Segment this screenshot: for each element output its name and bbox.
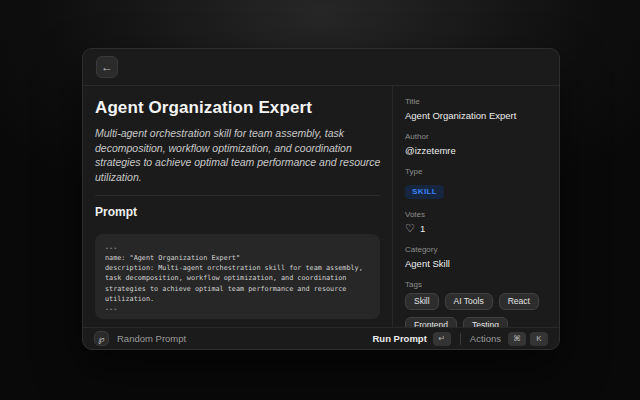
type-field-label: Type <box>405 167 547 176</box>
tag-chip[interactable]: Frontend <box>405 317 457 327</box>
type-badge: SKILL <box>405 185 444 199</box>
title-field-value: Agent Organization Expert <box>405 110 547 121</box>
heart-icon[interactable]: ♡ <box>405 223 415 234</box>
shortcut-keys: ⌘ K <box>508 332 548 346</box>
author-field-label: Author <box>405 132 547 141</box>
actions-button[interactable]: Actions <box>470 333 501 344</box>
prompt-code-block[interactable]: --- name: "Agent Organization Expert" de… <box>95 234 380 319</box>
author-field-value[interactable]: @izzetemre <box>405 145 547 156</box>
window-header: ← <box>83 49 559 86</box>
tag-chip[interactable]: React <box>499 293 539 310</box>
desktop-background: ← Agent Organization Expert Multi-agent … <box>0 0 640 400</box>
run-prompt-button[interactable]: Run Prompt <box>372 333 426 344</box>
k-key-badge[interactable]: K <box>530 332 548 346</box>
command-key-badge[interactable]: ⌘ <box>508 332 526 346</box>
arrow-left-icon: ← <box>101 57 113 77</box>
tags-list: Skill AI Tools React Frontend Testing <box>405 293 547 328</box>
prompt-section-heading: Prompt <box>95 205 380 219</box>
tags-field-label: Tags <box>405 280 547 289</box>
tag-chip[interactable]: AI Tools <box>445 293 493 310</box>
footer-divider <box>460 333 461 345</box>
prompt-description: Multi-agent orchestration skill for team… <box>95 126 393 185</box>
vote-count: 1 <box>420 223 425 234</box>
votes-row: ♡ 1 <box>405 223 547 234</box>
window-body: Agent Organization Expert Multi-agent or… <box>83 86 559 327</box>
return-key-badge[interactable]: ↵ <box>433 332 451 346</box>
tag-chip[interactable]: Skill <box>405 293 439 310</box>
back-button[interactable]: ← <box>96 56 118 78</box>
tag-chip[interactable]: Testing <box>463 317 508 327</box>
window-footer: ℘ Random Prompt Run Prompt ↵ Actions ⌘ K <box>83 327 559 349</box>
metadata-sidebar: Title Agent Organization Expert Author @… <box>393 86 559 327</box>
section-divider <box>95 195 380 196</box>
prompt-detail-window: ← Agent Organization Expert Multi-agent … <box>82 48 560 350</box>
title-field-label: Title <box>405 97 547 106</box>
category-field-label: Category <box>405 245 547 254</box>
page-title: Agent Organization Expert <box>95 98 380 118</box>
script-p-icon: ℘ <box>98 334 104 344</box>
category-field-value: Agent Skill <box>405 258 547 269</box>
random-prompt-button[interactable]: Random Prompt <box>117 333 186 344</box>
app-logo-icon: ℘ <box>94 331 109 346</box>
prompt-content-pane: Agent Organization Expert Multi-agent or… <box>83 86 392 327</box>
votes-field-label: Votes <box>405 210 547 219</box>
